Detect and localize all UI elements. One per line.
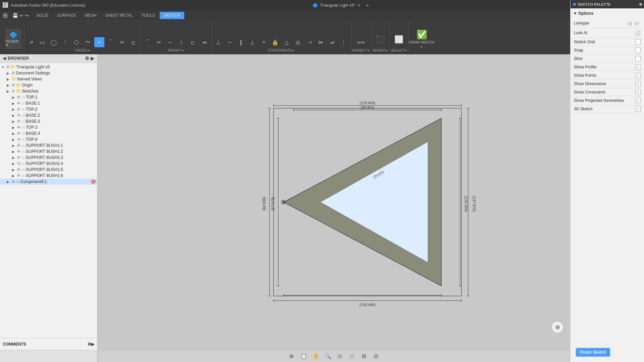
- sketch-palette-collapse-btn[interactable]: ◀: [639, 2, 641, 6]
- browser-item-doc-settings[interactable]: ▶ ⚙ Document Settings: [0, 70, 97, 76]
- finish-sketch-dropdown[interactable]: ▾: [421, 45, 423, 49]
- lookat-btn[interactable]: ⬜: [634, 29, 641, 36]
- browser-item-base2[interactable]: ▶ 👁 ▭ BASE:2: [0, 112, 97, 118]
- palette-options-title[interactable]: ▼ Options: [573, 11, 641, 16]
- browser-item-base4[interactable]: ▶ 👁 ▭ BASE:4: [0, 130, 97, 136]
- viewport[interactable]: (119.404) (99.904) (68.938) (57.679) (13…: [97, 54, 644, 350]
- rect-btn[interactable]: ▭: [37, 37, 47, 47]
- collinear-btn[interactable]: ─: [225, 37, 235, 47]
- doc-tab-close[interactable]: ✕: [357, 3, 361, 8]
- equal-btn[interactable]: =: [259, 37, 269, 47]
- show-constraints-checkbox[interactable]: ✓: [635, 89, 641, 95]
- zoom-fit-btn[interactable]: ⊙: [335, 352, 345, 361]
- extend-btn[interactable]: ↔: [165, 37, 175, 47]
- browser-item-top1[interactable]: ▶ 👁 ▭ TOP:1: [0, 94, 97, 100]
- orbit-btn[interactable]: ⊕: [551, 321, 563, 333]
- line-btn[interactable]: ↗: [26, 37, 36, 47]
- circle-btn[interactable]: ◯: [49, 37, 59, 47]
- save-btn[interactable]: 💾: [12, 13, 18, 18]
- browser-item-origin[interactable]: ▶ 👁 📁 Origin: [0, 82, 97, 88]
- undo-btn[interactable]: ↩: [19, 13, 23, 18]
- mirror-btn[interactable]: ⇔: [199, 37, 209, 47]
- modify-dropdown[interactable]: ▾: [182, 49, 184, 52]
- view-btn[interactable]: □: [347, 352, 357, 361]
- offset2-btn[interactable]: ⊏: [188, 37, 198, 47]
- lock-btn[interactable]: 🔒: [270, 37, 280, 47]
- browser-item-support3[interactable]: ▶ 👁 ▭ SUPPORT BUSH1:3: [0, 155, 97, 161]
- tab-sheet-metal[interactable]: SHEET METAL: [101, 12, 137, 19]
- redo-btn[interactable]: ↪: [25, 13, 29, 18]
- curvature-btn[interactable]: ⌲: [316, 37, 326, 47]
- browser-item-base3[interactable]: ▶ 👁 ▭ BASE:3: [0, 118, 97, 124]
- browser-item-support4[interactable]: ▶ 👁 ▭ SUPPORT BUSH1:4: [0, 161, 97, 167]
- comments-options-btn[interactable]: ⚙: [88, 342, 91, 347]
- zoom-btn[interactable]: 🔍: [323, 352, 333, 361]
- select-main-btn[interactable]: ⬜: [393, 32, 405, 47]
- design-btn[interactable]: 🔷 DESIGN ▼: [5, 29, 21, 49]
- browser-item-support2[interactable]: ▶ 👁 ▭ SUPPORT BUSH1:2: [0, 148, 97, 155]
- comments-bar[interactable]: COMMENTS ⚙ ▶: [0, 338, 97, 350]
- measure-btn[interactable]: ⟺: [356, 37, 366, 47]
- sketch-grid-checkbox[interactable]: [635, 39, 641, 45]
- 3d-sketch-checkbox[interactable]: ✓: [635, 106, 641, 112]
- browser-item-named-views[interactable]: ▶ 📁 Named Views: [0, 76, 97, 82]
- insert-dropdown[interactable]: ▾: [386, 49, 388, 52]
- finish-sketch-ribbon-btn[interactable]: ✅ FINISH SKETCH ▾: [414, 29, 430, 49]
- sym-btn[interactable]: ⊣: [304, 37, 314, 47]
- linetype-fwd-btn[interactable]: ▷: [634, 20, 641, 26]
- grid-snap-btn[interactable]: ⊟: [371, 352, 381, 361]
- break-btn[interactable]: ⟊: [177, 37, 187, 47]
- arc-btn[interactable]: ◜: [60, 37, 70, 47]
- create-dropdown[interactable]: ▾: [88, 49, 90, 52]
- tab-solid[interactable]: SOLID: [32, 12, 52, 19]
- tab-surface[interactable]: SURFACE: [53, 12, 80, 19]
- parallel-btn[interactable]: ∥: [236, 37, 246, 47]
- navigate-btn[interactable]: ⊕: [287, 352, 297, 361]
- browser-collapse-btn[interactable]: ◀: [3, 56, 6, 61]
- browser-item-top3[interactable]: ▶ 👁 ▭ TOP:3: [0, 124, 97, 130]
- triangle-c-btn[interactable]: △: [282, 37, 292, 47]
- browser-item-support5[interactable]: ▶ 👁 ▭ SUPPORT BUSH1:5: [0, 167, 97, 173]
- show-points-checkbox[interactable]: ✓: [635, 73, 641, 78]
- browser-item-top4[interactable]: ▶ 👁 ▭ TOP:4: [0, 136, 97, 142]
- fillet-btn[interactable]: ⌒: [106, 37, 116, 47]
- capture-btn[interactable]: 📋: [299, 352, 309, 361]
- snap-checkbox[interactable]: [635, 48, 641, 53]
- point-btn[interactable]: ▪: [94, 37, 104, 47]
- finish-sketch-palette-btn[interactable]: Finish Sketch: [576, 348, 610, 357]
- show-dimensions-checkbox[interactable]: ✓: [635, 81, 641, 86]
- browser-item-support6[interactable]: ▶ 👁 ▭ SUPPORT BUSH1:6: [0, 173, 97, 179]
- coincident-btn[interactable]: ⊥: [213, 37, 223, 47]
- browser-expand-btn[interactable]: ▶: [91, 56, 94, 61]
- browser-item-sketches[interactable]: ▶ 👁 📁 Sketches: [0, 88, 97, 94]
- insert-main-btn[interactable]: ⬛: [374, 32, 386, 47]
- slice-checkbox[interactable]: [635, 56, 641, 61]
- perpendicular-btn[interactable]: ⊥: [247, 37, 257, 47]
- offset-btn[interactable]: ⊏: [129, 37, 139, 47]
- browser-item-component41[interactable]: ▶ 👁 ▭ Component4:1 🎯: [0, 179, 97, 185]
- tab-sketch[interactable]: SKETCH: [160, 12, 184, 19]
- browser-item-top2[interactable]: ▶ 👁 ▭ TOP:2: [0, 106, 97, 112]
- show-profile-checkbox[interactable]: ✓: [635, 64, 641, 70]
- browser-item-base1[interactable]: ▶ 👁 ▭ BASE:1: [0, 100, 97, 106]
- trim-btn[interactable]: ✂: [117, 37, 127, 47]
- spline-btn[interactable]: 〜: [83, 37, 93, 47]
- fillet2-btn[interactable]: ⌒: [142, 37, 152, 47]
- comments-expand-btn[interactable]: ▶: [91, 342, 94, 347]
- tab-mesh[interactable]: MESH: [81, 12, 101, 19]
- tab-tools[interactable]: TOOLS: [138, 12, 159, 19]
- trim2-btn[interactable]: ✂: [154, 37, 164, 47]
- browser-item-root[interactable]: ▼ ⚙ 📁 Trrangular Light v5: [0, 64, 97, 70]
- inspect-dropdown[interactable]: ▾: [367, 49, 369, 52]
- show-projected-checkbox[interactable]: ✓: [635, 98, 641, 103]
- new-tab-btn[interactable]: ＋: [365, 2, 370, 9]
- app-menu[interactable]: ⊞: [3, 12, 8, 19]
- linetype-back-btn[interactable]: ◁: [626, 20, 633, 26]
- constraints-dropdown[interactable]: ▾: [292, 49, 294, 52]
- polygon-btn[interactable]: ⬡: [71, 37, 82, 47]
- mirror-c-btn[interactable]: ⇌: [327, 37, 337, 47]
- pattern-btn[interactable]: ⋮: [339, 37, 349, 47]
- browser-item-support1[interactable]: ▶ 👁 ▭ SUPPORT BUSH1:1: [0, 142, 97, 148]
- browser-options-btn[interactable]: ⚙: [85, 56, 89, 61]
- grid-btn[interactable]: ⊞: [359, 352, 369, 361]
